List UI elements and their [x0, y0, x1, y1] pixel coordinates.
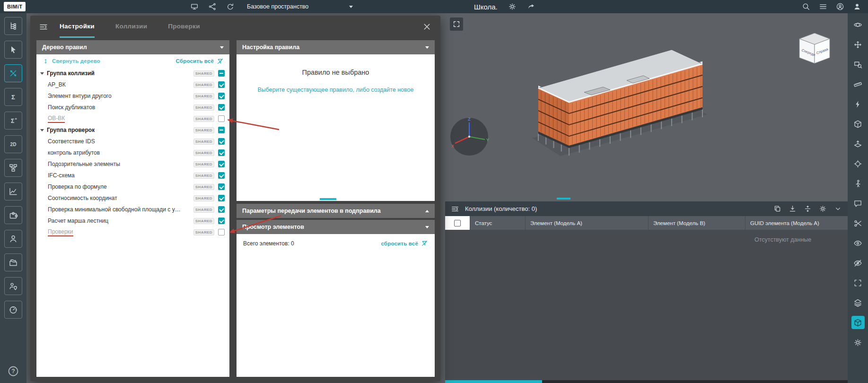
- tool-cube[interactable]: [851, 316, 865, 329]
- tool-orbit[interactable]: [851, 18, 865, 31]
- tree-row[interactable]: Подозрительные элементыSHARED: [36, 158, 229, 170]
- tool-zoom-window[interactable]: [851, 58, 865, 71]
- row-checkbox[interactable]: [218, 104, 225, 111]
- scrollbar-thumb[interactable]: [320, 198, 336, 200]
- tool-eye[interactable]: [851, 236, 865, 250]
- tool-layers[interactable]: [851, 296, 865, 309]
- tool-section-plane[interactable]: [851, 137, 865, 150]
- tool-section-box[interactable]: [851, 117, 865, 131]
- school-3d-model[interactable]: [513, 47, 721, 170]
- row-checkbox[interactable]: [218, 81, 225, 88]
- viewport-scrollbar-thumb[interactable]: [557, 198, 570, 200]
- tab-settings[interactable]: Настройки: [60, 16, 95, 38]
- tree-row[interactable]: Проверка по формулеSHARED: [36, 181, 229, 192]
- tool-org[interactable]: [4, 159, 22, 177]
- row-checkbox[interactable]: [218, 161, 225, 167]
- row-checkbox[interactable]: [218, 115, 225, 122]
- fit-rows-icon[interactable]: [804, 205, 812, 213]
- tree-row[interactable]: Поиск дубликатовSHARED: [36, 102, 229, 113]
- tool-sum[interactable]: Σ: [4, 88, 22, 106]
- tree-row[interactable]: Группа коллизийSHARED: [36, 68, 229, 79]
- tool-comment[interactable]: [851, 197, 865, 210]
- tool-folders[interactable]: [4, 253, 22, 271]
- tool-user-pin[interactable]: [4, 277, 22, 295]
- tool-puzzle[interactable]: [4, 206, 22, 224]
- profile-icon[interactable]: [853, 2, 861, 11]
- device-icon[interactable]: [190, 2, 199, 11]
- tool-2d[interactable]: 2D: [4, 135, 22, 153]
- tool-walk[interactable]: [851, 177, 865, 190]
- tool-chart[interactable]: [4, 183, 22, 200]
- workspace-selector[interactable]: Базовое пространство: [247, 0, 353, 13]
- sync-icon[interactable]: [226, 2, 235, 11]
- tree-row[interactable]: Проверка минимальной свободной площади с…: [36, 204, 229, 215]
- app-logo[interactable]: BIMiT: [4, 2, 26, 11]
- rule-settings-header[interactable]: Настройка правила: [237, 40, 435, 54]
- tool-eye-off[interactable]: [851, 256, 865, 270]
- row-checkbox[interactable]: [218, 138, 225, 145]
- tool-user[interactable]: [4, 230, 22, 248]
- reset-all-link[interactable]: Сбросить всё: [176, 58, 224, 65]
- tool-scissors[interactable]: [851, 217, 865, 230]
- tool-frame[interactable]: [851, 276, 865, 289]
- gear-icon[interactable]: [508, 2, 517, 11]
- row-checkbox[interactable]: [218, 149, 225, 156]
- scrollbar-thumb[interactable]: [445, 380, 542, 383]
- tab-checks[interactable]: Проверки: [168, 16, 200, 38]
- column-header[interactable]: GUID элемента (Модель A): [745, 216, 848, 230]
- graph-icon[interactable]: [208, 2, 217, 11]
- row-checkbox[interactable]: [218, 218, 225, 224]
- row-checkbox[interactable]: [218, 70, 225, 77]
- row-checkbox[interactable]: [218, 206, 225, 213]
- collisions-menu-icon[interactable]: [451, 205, 459, 213]
- row-checkbox[interactable]: [218, 127, 225, 133]
- column-header[interactable]: Элемент (Модель A): [525, 216, 648, 230]
- column-header[interactable]: Статус: [470, 216, 525, 230]
- tool-ruler[interactable]: [851, 78, 865, 91]
- tool-bolt[interactable]: [851, 97, 865, 111]
- tree-row[interactable]: Элемент внтури другогоSHARED: [36, 90, 229, 102]
- row-checkbox[interactable]: [218, 93, 225, 99]
- tool-collisions[interactable]: [4, 64, 22, 82]
- params-header[interactable]: Параметры передачи элементов в подправил…: [237, 204, 435, 218]
- share-icon[interactable]: [527, 2, 535, 11]
- tool-settings[interactable]: [851, 336, 865, 349]
- tool-model-tree[interactable]: [4, 17, 22, 35]
- panel-menu-icon[interactable]: [39, 22, 48, 32]
- tree-row[interactable]: ПроверкиSHARED: [36, 226, 229, 238]
- help-button[interactable]: ?: [7, 365, 19, 377]
- tool-gauge[interactable]: [4, 301, 22, 319]
- menu-icon[interactable]: [819, 2, 827, 11]
- horizontal-scrollbar[interactable]: [445, 380, 848, 383]
- collapse-tree-link[interactable]: Свернуть дерево: [42, 58, 100, 65]
- axis-gizmo[interactable]: Z Y X: [448, 115, 491, 158]
- tree-row[interactable]: контроль атрибутовSHARED: [36, 147, 229, 158]
- tab-collisions[interactable]: Коллизии: [115, 16, 147, 38]
- tree-row[interactable]: Соотносимость координатSHARED: [36, 192, 229, 204]
- tree-row[interactable]: Расчет марша лестницSHARED: [36, 215, 229, 226]
- row-checkbox[interactable]: [218, 183, 225, 190]
- row-checkbox[interactable]: [218, 229, 225, 235]
- caret-down-icon[interactable]: [40, 129, 44, 131]
- row-checkbox[interactable]: [218, 195, 225, 201]
- copy-icon[interactable]: [773, 205, 781, 213]
- view-cube[interactable]: Спереди Справа: [796, 31, 833, 65]
- fullscreen-button[interactable]: [450, 17, 463, 31]
- tree-row[interactable]: Соответствие IDSSHARED: [36, 136, 229, 147]
- rules-tree-header[interactable]: Дерево правил: [36, 40, 229, 54]
- row-checkbox[interactable]: [218, 172, 225, 179]
- preview-reset-link[interactable]: сбросить всё: [381, 240, 428, 247]
- caret-down-icon[interactable]: [40, 72, 44, 75]
- select-all-cell[interactable]: [445, 216, 470, 230]
- column-header[interactable]: Элемент (Модель B): [648, 216, 745, 230]
- export-icon[interactable]: [789, 205, 797, 213]
- tool-select[interactable]: [4, 41, 22, 59]
- settings-icon[interactable]: [819, 205, 827, 213]
- preview-header[interactable]: Просмотр элементов: [237, 220, 435, 234]
- tree-row[interactable]: IFC-схемаSHARED: [36, 170, 229, 181]
- tree-row[interactable]: ОВ-ВКSHARED: [36, 113, 229, 124]
- tool-pan[interactable]: [851, 38, 865, 51]
- select-all-checkbox[interactable]: [454, 220, 461, 226]
- tree-row[interactable]: Группа проверокSHARED: [36, 124, 229, 136]
- chevron-down-icon[interactable]: [834, 205, 842, 213]
